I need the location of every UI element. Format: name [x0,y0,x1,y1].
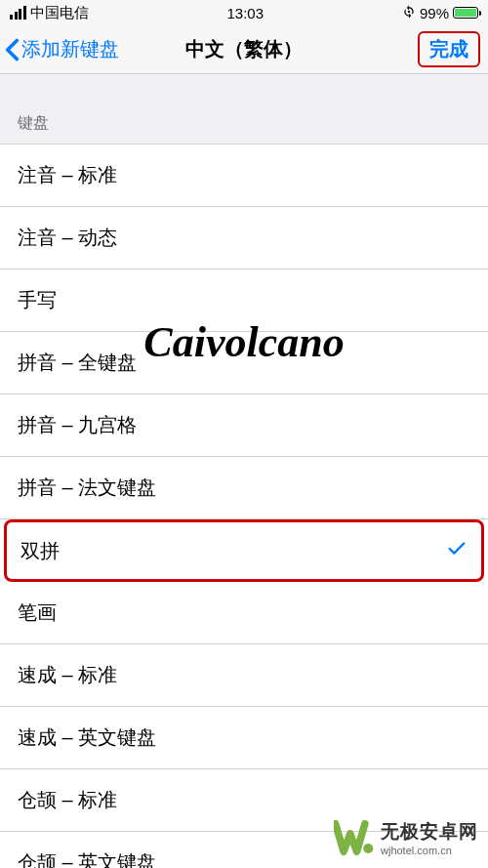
chevron-left-icon [5,38,20,62]
checkmark-icon [446,538,468,564]
battery-icon [453,7,478,19]
list-item-label: 笔画 [18,599,57,626]
list-item[interactable]: 仓颉 – 英文键盘 [0,832,488,868]
list-item[interactable]: 拼音 – 九宫格 [0,394,488,457]
list-item[interactable]: 手写 [0,269,488,332]
done-button[interactable]: 完成 [424,34,474,64]
carrier-label: 中国电信 [30,4,89,22]
list-item[interactable]: 拼音 – 全键盘 [0,332,488,394]
svg-point-0 [408,10,410,12]
list-item[interactable]: 速成 – 英文键盘 [0,707,488,769]
list-item[interactable]: 速成 – 标准 [0,644,488,707]
back-label: 添加新键盘 [21,36,119,62]
list-item-label: 拼音 – 九宫格 [18,412,137,438]
status-right: 99% [402,5,478,21]
list-item-label: 仓颉 – 英文键盘 [18,849,156,868]
list-item[interactable]: 笔画 [0,582,488,644]
page-title: 中文（繁体） [185,36,303,62]
list-item-label: 速成 – 标准 [18,662,117,688]
status-time: 13:03 [226,5,264,21]
list-item-label: 注音 – 动态 [18,225,117,251]
section-header: 键盘 [0,74,488,144]
list-item-label: 注音 – 标准 [18,162,117,188]
list-item-label: 速成 – 英文键盘 [18,724,156,751]
status-left: 中国电信 [10,4,89,22]
list-item[interactable]: 仓颉 – 标准 [0,769,488,832]
list-item[interactable]: 注音 – 标准 [0,145,488,207]
keyboard-list: 注音 – 标准 注音 – 动态 手写 拼音 – 全键盘 拼音 – 九宫格 拼音 … [0,144,488,868]
done-highlight: 完成 [418,31,480,67]
list-item[interactable]: 注音 – 动态 [0,207,488,269]
list-item-label: 仓颉 – 标准 [18,787,117,813]
nav-bar: 添加新键盘 中文（繁体） 完成 [0,25,488,74]
list-item-selected[interactable]: 双拼 [4,519,484,582]
content: 键盘 注音 – 标准 注音 – 动态 手写 拼音 – 全键盘 拼音 – 九宫格 … [0,74,488,868]
signal-icon [10,6,26,20]
list-item-label: 拼音 – 法文键盘 [18,475,156,501]
list-item-label: 拼音 – 全键盘 [18,350,137,376]
status-bar: 中国电信 13:03 99% [0,0,488,25]
list-item-label: 双拼 [20,538,60,564]
rotation-lock-icon [402,5,416,21]
back-button[interactable]: 添加新键盘 [5,36,119,62]
list-item-label: 手写 [18,287,57,313]
list-item[interactable]: 拼音 – 法文键盘 [0,457,488,519]
battery-pct: 99% [420,5,449,21]
